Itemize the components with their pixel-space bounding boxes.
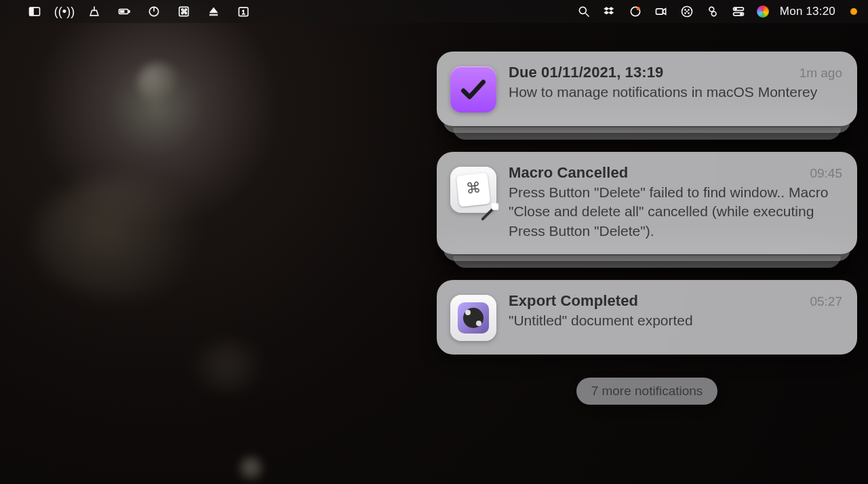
svg-point-17 xyxy=(684,9,686,11)
notification-card[interactable]: Export Completed 05:27 "Untitled" docume… xyxy=(437,280,857,355)
broadcast-icon[interactable]: ((•)) xyxy=(57,4,72,19)
dropbox-icon[interactable] xyxy=(602,4,617,19)
record-status-icon[interactable] xyxy=(628,4,643,19)
eject-icon[interactable] xyxy=(206,4,221,19)
notification-time: 1m ago xyxy=(800,66,842,81)
svg-rect-15 xyxy=(656,9,663,14)
svg-rect-1 xyxy=(30,7,34,16)
notification-title: Export Completed xyxy=(509,292,638,310)
menu-bar: ((•)) ⌘ 1 Mon 13:20 xyxy=(0,0,868,23)
screenflow-app-icon xyxy=(450,295,496,341)
svg-text:1: 1 xyxy=(241,9,245,16)
omnifocus-app-icon xyxy=(450,66,496,113)
svg-point-19 xyxy=(684,13,686,14)
notification-body: "Untitled" document exported xyxy=(509,311,842,330)
svg-point-23 xyxy=(734,8,736,10)
menu-clock[interactable]: Mon 13:20 xyxy=(780,5,835,18)
notification-stack-omnifocus[interactable]: Due 01/11/2021, 13:19 1m ago How to mana… xyxy=(437,52,857,126)
notification-body: How to manage notifications in macOS Mon… xyxy=(509,83,842,102)
svg-rect-4 xyxy=(129,10,130,12)
notification-time: 09:45 xyxy=(810,166,842,181)
notification-title: Macro Cancelled xyxy=(509,164,628,182)
notification-center: Due 01/11/2021, 13:19 1m ago How to mana… xyxy=(437,52,857,405)
svg-point-20 xyxy=(688,13,689,14)
notification-title: Due 01/11/2021, 13:19 xyxy=(509,64,663,81)
battery-icon[interactable] xyxy=(117,4,132,19)
svg-point-25 xyxy=(740,13,742,15)
link-icon[interactable] xyxy=(705,4,720,19)
calendar-icon[interactable]: 1 xyxy=(236,4,251,19)
video-icon[interactable] xyxy=(654,4,669,19)
svg-text:⌘: ⌘ xyxy=(180,7,188,16)
notification-time: 05:27 xyxy=(810,294,842,309)
notification-stack-keyboard-maestro[interactable]: Macro Cancelled 09:45 Press Button "Dele… xyxy=(437,152,857,254)
siri-icon[interactable] xyxy=(757,5,769,18)
clean-icon[interactable] xyxy=(87,4,102,19)
notification-screenflow[interactable]: Export Completed 05:27 "Untitled" docume… xyxy=(437,280,857,355)
grid-icon[interactable] xyxy=(679,4,694,19)
svg-point-18 xyxy=(688,9,689,11)
power-icon[interactable] xyxy=(146,4,161,19)
svg-rect-3 xyxy=(120,10,124,12)
indicator-dot-icon xyxy=(850,8,857,15)
more-notifications-button[interactable]: 7 more notifications xyxy=(576,378,718,405)
notification-body: Press Button "Delete" failed to find win… xyxy=(509,183,842,241)
command-icon[interactable]: ⌘ xyxy=(176,4,191,19)
notification-card[interactable]: Macro Cancelled 09:45 Press Button "Dele… xyxy=(437,152,857,254)
svg-line-12 xyxy=(585,14,589,17)
svg-point-21 xyxy=(686,11,688,12)
notification-card[interactable]: Due 01/11/2021, 13:19 1m ago How to mana… xyxy=(437,52,857,126)
dash-icon[interactable] xyxy=(27,4,42,19)
toggles-icon[interactable] xyxy=(731,4,746,19)
svg-point-11 xyxy=(579,7,586,14)
svg-point-14 xyxy=(637,7,640,10)
search-icon[interactable] xyxy=(576,4,591,19)
keyboard-maestro-app-icon xyxy=(450,167,496,213)
